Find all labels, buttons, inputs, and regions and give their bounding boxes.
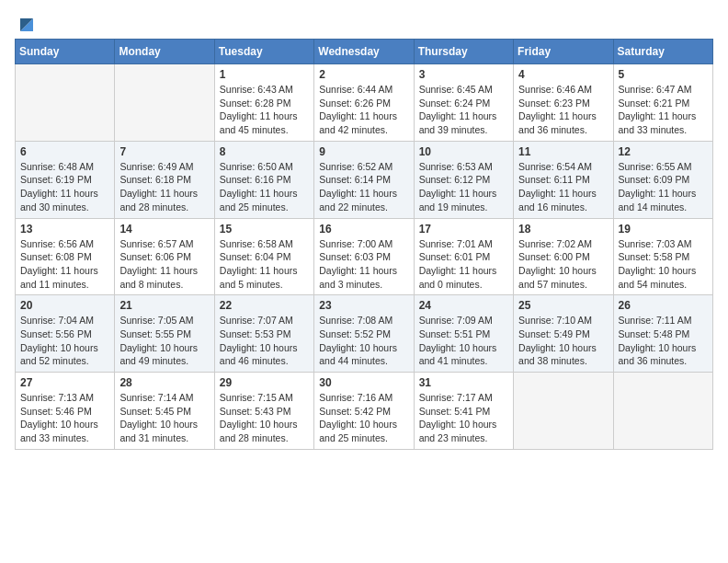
calendar-day-cell: 11Sunrise: 6:54 AMSunset: 6:11 PMDayligh… (514, 141, 613, 218)
day-info: Sunrise: 7:04 AMSunset: 5:56 PMDaylight:… (20, 314, 109, 368)
day-info: Sunrise: 6:44 AMSunset: 6:26 PMDaylight:… (319, 83, 408, 137)
day-info: Sunrise: 7:13 AMSunset: 5:46 PMDaylight:… (20, 391, 109, 445)
day-info: Sunrise: 7:07 AMSunset: 5:53 PMDaylight:… (220, 314, 309, 368)
calendar-day-cell: 15Sunrise: 6:58 AMSunset: 6:04 PMDayligh… (214, 218, 313, 295)
calendar-day-cell: 24Sunrise: 7:09 AMSunset: 5:51 PMDayligh… (414, 295, 513, 373)
day-number: 7 (119, 145, 209, 158)
calendar-day-cell: 12Sunrise: 6:55 AMSunset: 6:09 PMDayligh… (613, 141, 712, 218)
calendar-empty-cell (514, 373, 613, 450)
calendar-day-cell: 4Sunrise: 6:46 AMSunset: 6:23 PMDaylight… (514, 64, 613, 142)
day-number: 21 (119, 299, 209, 312)
calendar-week-row: 27Sunrise: 7:13 AMSunset: 5:46 PMDayligh… (16, 373, 713, 450)
day-number: 15 (220, 223, 309, 236)
day-number: 28 (119, 376, 209, 389)
day-of-week-header: Monday (115, 40, 214, 64)
calendar-week-row: 13Sunrise: 6:56 AMSunset: 6:08 PMDayligh… (16, 218, 713, 295)
day-info: Sunrise: 6:57 AMSunset: 6:06 PMDaylight:… (119, 237, 209, 292)
day-info: Sunrise: 6:56 AMSunset: 6:08 PMDaylight:… (20, 237, 109, 292)
day-number: 31 (419, 376, 508, 389)
calendar-day-cell: 19Sunrise: 7:03 AMSunset: 5:58 PMDayligh… (613, 218, 712, 295)
day-number: 16 (319, 223, 408, 236)
calendar-day-cell: 31Sunrise: 7:17 AMSunset: 5:41 PMDayligh… (414, 373, 513, 450)
calendar-week-row: 6Sunrise: 6:48 AMSunset: 6:19 PMDaylight… (16, 141, 713, 218)
calendar-day-cell: 21Sunrise: 7:05 AMSunset: 5:55 PMDayligh… (115, 295, 214, 373)
calendar-week-row: 20Sunrise: 7:04 AMSunset: 5:56 PMDayligh… (16, 295, 713, 373)
calendar-day-cell: 23Sunrise: 7:08 AMSunset: 5:52 PMDayligh… (314, 295, 414, 373)
calendar-day-cell: 30Sunrise: 7:16 AMSunset: 5:42 PMDayligh… (314, 373, 414, 450)
day-info: Sunrise: 7:11 AMSunset: 5:48 PMDaylight:… (619, 314, 708, 368)
day-number: 30 (319, 376, 408, 389)
calendar-day-cell: 9Sunrise: 6:52 AMSunset: 6:14 PMDaylight… (314, 141, 414, 218)
day-of-week-header: Saturday (613, 40, 712, 64)
calendar-day-cell: 16Sunrise: 7:00 AMSunset: 6:03 PMDayligh… (314, 218, 414, 295)
day-info: Sunrise: 6:55 AMSunset: 6:09 PMDaylight:… (619, 160, 708, 214)
day-number: 5 (619, 68, 708, 81)
day-info: Sunrise: 7:02 AMSunset: 6:00 PMDaylight:… (518, 237, 608, 292)
calendar-day-cell: 10Sunrise: 6:53 AMSunset: 6:12 PMDayligh… (414, 141, 513, 218)
day-number: 18 (518, 223, 608, 236)
calendar-day-cell: 14Sunrise: 6:57 AMSunset: 6:06 PMDayligh… (115, 218, 214, 295)
day-of-week-header: Friday (514, 40, 613, 64)
calendar-day-cell: 7Sunrise: 6:49 AMSunset: 6:18 PMDaylight… (115, 141, 214, 218)
calendar: SundayMondayTuesdayWednesdayThursdayFrid… (15, 39, 713, 450)
day-info: Sunrise: 6:46 AMSunset: 6:23 PMDaylight:… (518, 83, 608, 137)
day-number: 1 (220, 68, 309, 81)
day-number: 9 (319, 145, 408, 158)
day-info: Sunrise: 6:58 AMSunset: 6:04 PMDaylight:… (220, 237, 309, 292)
day-info: Sunrise: 6:47 AMSunset: 6:21 PMDaylight:… (619, 83, 708, 137)
calendar-day-cell: 17Sunrise: 7:01 AMSunset: 6:01 PMDayligh… (414, 218, 513, 295)
day-info: Sunrise: 6:45 AMSunset: 6:24 PMDaylight:… (419, 83, 508, 137)
calendar-day-cell: 29Sunrise: 7:15 AMSunset: 5:43 PMDayligh… (214, 373, 313, 450)
day-info: Sunrise: 6:49 AMSunset: 6:18 PMDaylight:… (119, 160, 209, 214)
calendar-empty-cell (16, 64, 115, 142)
day-info: Sunrise: 6:54 AMSunset: 6:11 PMDaylight:… (518, 160, 608, 214)
day-info: Sunrise: 7:14 AMSunset: 5:45 PMDaylight:… (119, 391, 209, 445)
calendar-day-cell: 27Sunrise: 7:13 AMSunset: 5:46 PMDayligh… (16, 373, 115, 450)
calendar-day-cell: 8Sunrise: 6:50 AMSunset: 6:16 PMDaylight… (214, 141, 313, 218)
calendar-day-cell: 2Sunrise: 6:44 AMSunset: 6:26 PMDaylight… (314, 64, 414, 142)
day-info: Sunrise: 7:15 AMSunset: 5:43 PMDaylight:… (220, 391, 309, 445)
day-number: 19 (619, 223, 708, 236)
day-number: 20 (20, 299, 109, 312)
calendar-day-cell: 22Sunrise: 7:07 AMSunset: 5:53 PMDayligh… (214, 295, 313, 373)
calendar-header-row: SundayMondayTuesdayWednesdayThursdayFrid… (16, 40, 713, 64)
day-number: 8 (220, 145, 309, 158)
day-of-week-header: Thursday (414, 40, 513, 64)
day-info: Sunrise: 7:08 AMSunset: 5:52 PMDaylight:… (319, 314, 408, 368)
day-info: Sunrise: 7:09 AMSunset: 5:51 PMDaylight:… (419, 314, 508, 368)
calendar-day-cell: 26Sunrise: 7:11 AMSunset: 5:48 PMDayligh… (613, 295, 712, 373)
day-number: 14 (119, 223, 209, 236)
day-info: Sunrise: 7:01 AMSunset: 6:01 PMDaylight:… (419, 237, 508, 292)
day-info: Sunrise: 6:52 AMSunset: 6:14 PMDaylight:… (319, 160, 408, 214)
calendar-day-cell: 6Sunrise: 6:48 AMSunset: 6:19 PMDaylight… (16, 141, 115, 218)
calendar-day-cell: 3Sunrise: 6:45 AMSunset: 6:24 PMDaylight… (414, 64, 513, 142)
day-number: 2 (319, 68, 408, 81)
calendar-day-cell: 25Sunrise: 7:10 AMSunset: 5:49 PMDayligh… (514, 295, 613, 373)
day-of-week-header: Sunday (16, 40, 115, 64)
day-number: 4 (518, 68, 608, 81)
calendar-day-cell: 18Sunrise: 7:02 AMSunset: 6:00 PMDayligh… (514, 218, 613, 295)
day-number: 25 (518, 299, 608, 312)
logo (15, 15, 39, 28)
calendar-day-cell: 5Sunrise: 6:47 AMSunset: 6:21 PMDaylight… (613, 64, 712, 142)
day-info: Sunrise: 7:00 AMSunset: 6:03 PMDaylight:… (319, 237, 408, 292)
day-number: 12 (619, 145, 708, 158)
page-header (15, 15, 713, 28)
calendar-empty-cell (115, 64, 214, 142)
day-number: 22 (220, 299, 309, 312)
day-number: 3 (419, 68, 508, 81)
logo-icon (17, 15, 37, 33)
day-of-week-header: Tuesday (214, 40, 313, 64)
day-of-week-header: Wednesday (314, 40, 414, 64)
day-info: Sunrise: 6:50 AMSunset: 6:16 PMDaylight:… (220, 160, 309, 214)
day-info: Sunrise: 7:17 AMSunset: 5:41 PMDaylight:… (419, 391, 508, 445)
day-number: 27 (20, 376, 109, 389)
calendar-empty-cell (613, 373, 712, 450)
day-number: 6 (20, 145, 109, 158)
day-number: 17 (419, 223, 508, 236)
calendar-day-cell: 28Sunrise: 7:14 AMSunset: 5:45 PMDayligh… (115, 373, 214, 450)
day-info: Sunrise: 7:10 AMSunset: 5:49 PMDaylight:… (518, 314, 608, 368)
day-number: 10 (419, 145, 508, 158)
day-info: Sunrise: 6:43 AMSunset: 6:28 PMDaylight:… (220, 83, 309, 137)
day-info: Sunrise: 6:53 AMSunset: 6:12 PMDaylight:… (419, 160, 508, 214)
